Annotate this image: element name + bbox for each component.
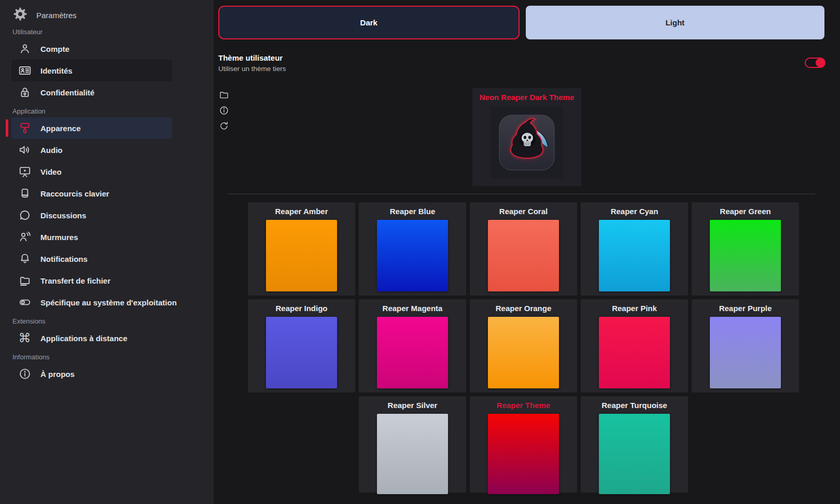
theme-card-title: Reaper Magenta — [359, 304, 466, 313]
sidebar-item-label: Audio — [40, 146, 63, 155]
sidebar-header: Paramètres — [0, 0, 214, 24]
sidebar-item-label: Confidentialité — [40, 88, 94, 97]
chat-bubble-icon — [18, 208, 32, 222]
refresh-icon[interactable] — [218, 120, 230, 132]
active-accent-bar — [6, 119, 8, 137]
theme-card-title: Reaper Silver — [359, 401, 466, 410]
theme-card-reaper-turquoise[interactable]: Reaper Turquoise — [581, 396, 688, 493]
theme-card-reaper-amber[interactable]: Reaper Amber — [248, 202, 355, 296]
settings-sidebar: Paramètres Utilisateur Compte Identités — [0, 0, 214, 504]
theme-swatch — [710, 317, 781, 388]
theme-card-title: Reaper Cyan — [581, 207, 688, 216]
theme-card-title: Reaper Amber — [248, 207, 355, 216]
theme-card-title: Reaper Blue — [359, 207, 466, 216]
theme-swatch — [488, 414, 559, 494]
sidebar-item-a-propos[interactable]: À propos — [11, 363, 172, 385]
paint-roller-icon — [18, 121, 32, 135]
theme-swatch — [377, 220, 448, 291]
featured-theme-name: Neon Reaper Dark Theme — [472, 93, 581, 102]
theme-swatch — [488, 220, 559, 291]
sidebar-item-transfert-de-fichier[interactable]: Transfert de fichier — [11, 270, 172, 291]
theme-mode-selector: Dark Light — [214, 0, 840, 39]
user-theme-toggle[interactable] — [805, 58, 825, 68]
lock-icon — [18, 86, 32, 100]
sidebar-item-applications-a-distance[interactable]: ⌘ Applications à distance — [11, 327, 172, 349]
user-theme-subtitle: Utiliser un thème tiers — [218, 65, 286, 73]
sidebar-item-label: Compte — [40, 45, 69, 53]
bell-icon — [18, 252, 32, 266]
theme-card-reaper-green[interactable]: Reaper Green — [692, 202, 799, 296]
dark-theme-button[interactable]: Dark — [218, 6, 520, 39]
sidebar-item-video[interactable]: Video — [11, 161, 172, 183]
theme-actions — [218, 89, 230, 132]
sidebar-item-murmures[interactable]: Murmures — [11, 226, 172, 248]
video-screen-icon — [18, 165, 32, 179]
info-icon[interactable] — [218, 105, 230, 116]
light-theme-button[interactable]: Light — [526, 6, 825, 39]
featured-theme-card[interactable]: Neon Reaper Dark Theme — [472, 88, 581, 186]
section-divider — [228, 193, 815, 194]
theme-swatch — [710, 220, 781, 291]
theme-card-reaper-purple[interactable]: Reaper Purple — [692, 299, 799, 393]
theme-card-reaper-cyan[interactable]: Reaper Cyan — [581, 202, 688, 296]
reaper-theme-art — [491, 106, 563, 179]
theme-card-reaper-coral[interactable]: Reaper Coral — [470, 202, 577, 296]
theme-card-title: Reaper Purple — [692, 304, 799, 313]
section-label-informations: Informations — [12, 353, 214, 361]
sidebar-item-label: Murmures — [40, 233, 78, 242]
user-theme-title: Thème utilisateur — [218, 53, 286, 62]
info-icon — [18, 367, 32, 381]
theme-swatch — [599, 220, 670, 291]
theme-swatch — [488, 317, 559, 388]
folder-icon[interactable] — [218, 89, 230, 101]
sidebar-item-label: Transfert de fichier — [40, 276, 110, 285]
sidebar-item-confidentialite[interactable]: Confidentialité — [11, 81, 172, 103]
page-title: Paramètres — [36, 11, 77, 20]
gear-icon — [12, 6, 28, 24]
sidebar-item-notifications[interactable]: Notifications — [11, 248, 172, 270]
theme-swatch — [377, 317, 448, 388]
sidebar-item-compte[interactable]: Compte — [11, 38, 172, 60]
theme-card-title: Reaper Coral — [470, 207, 577, 216]
theme-card-reaper-magenta[interactable]: Reaper Magenta — [359, 299, 466, 393]
section-label-extensions: Extensions — [12, 317, 214, 325]
sidebar-item-label: Identités — [40, 66, 73, 75]
theme-card-title: Reaper Pink — [581, 304, 688, 313]
sidebar-item-audio[interactable]: Audio — [11, 139, 172, 161]
theme-card-title: Reaper Indigo — [248, 304, 355, 313]
section-label-application: Application — [12, 107, 214, 115]
folder-transfer-icon — [18, 274, 32, 288]
sidebar-item-label: Raccourcis clavier — [40, 189, 109, 198]
theme-swatch — [377, 414, 448, 494]
sidebar-item-identites[interactable]: Identités — [11, 60, 172, 81]
sidebar-item-label: Applications à distance — [40, 334, 128, 343]
theme-card-reaper-indigo[interactable]: Reaper Indigo — [248, 299, 355, 393]
sidebar-item-discussions[interactable]: Discussions — [11, 204, 172, 226]
theme-card-reaper-blue[interactable]: Reaper Blue — [359, 202, 466, 296]
toggle-icon — [18, 296, 32, 310]
sidebar-item-label: Video — [40, 167, 62, 176]
theme-swatch — [266, 317, 337, 388]
keyboard-key-icon — [18, 187, 32, 201]
command-icon: ⌘ — [18, 331, 32, 345]
id-card-icon — [18, 64, 32, 78]
theme-card-reaper-orange[interactable]: Reaper Orange — [470, 299, 577, 393]
theme-card-title: Reaper Orange — [470, 304, 577, 313]
theme-card-reaper-theme[interactable]: Reaper Theme — [470, 396, 577, 493]
user-icon — [18, 42, 32, 56]
sidebar-item-label: Spécifique au système d'exploitation — [40, 298, 177, 307]
sidebar-item-apparence[interactable]: Apparence — [11, 117, 172, 139]
appearance-settings-panel: Dark Light Thème utilisateur Utiliser un… — [214, 0, 840, 504]
sidebar-item-label: Notifications — [40, 255, 88, 263]
theme-card-reaper-silver[interactable]: Reaper Silver — [359, 396, 466, 493]
theme-swatch — [599, 317, 670, 388]
toggle-knob — [816, 58, 825, 67]
theme-card-title: Reaper Turquoise — [581, 401, 688, 410]
theme-card-reaper-pink[interactable]: Reaper Pink — [581, 299, 688, 393]
sidebar-item-label: Apparence — [40, 124, 81, 133]
theme-card-title: Reaper Green — [692, 207, 799, 216]
sidebar-item-label: À propos — [40, 370, 75, 379]
featured-theme-row: Neon Reaper Dark Theme — [214, 88, 840, 186]
sidebar-item-specifique-os[interactable]: Spécifique au système d'exploitation — [11, 291, 172, 313]
sidebar-item-raccourcis-clavier[interactable]: Raccourcis clavier — [11, 183, 172, 204]
